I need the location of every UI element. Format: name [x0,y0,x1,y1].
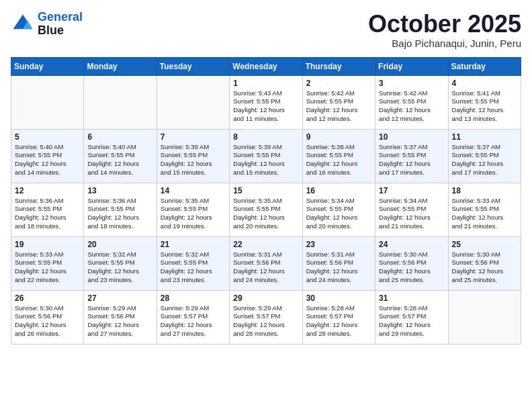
day-info: Sunrise: 5:43 AM Sunset: 5:55 PM Dayligh… [233,89,298,124]
day-info: Sunrise: 5:28 AM Sunset: 5:57 PM Dayligh… [306,304,371,338]
day-info: Sunrise: 5:42 AM Sunset: 5:55 PM Dayligh… [306,89,371,124]
day-info: Sunrise: 5:31 AM Sunset: 5:56 PM Dayligh… [233,250,298,285]
calendar-cell: 11Sunrise: 5:37 AM Sunset: 5:55 PM Dayli… [448,129,521,183]
calendar-cell: 17Sunrise: 5:34 AM Sunset: 5:55 PM Dayli… [375,183,448,236]
day-number: 1 [233,79,298,88]
day-info: Sunrise: 5:32 AM Sunset: 5:55 PM Dayligh… [87,250,152,285]
weekday-header-saturday: Saturday [448,57,521,75]
day-info: Sunrise: 5:34 AM Sunset: 5:55 PM Dayligh… [379,197,444,231]
day-number: 3 [379,79,444,88]
day-info: Sunrise: 5:28 AM Sunset: 5:57 PM Dayligh… [379,304,444,338]
day-number: 30 [306,293,371,303]
title-section: October 2025 Bajo Pichanaqui, Junin, Per… [368,11,521,49]
day-info: Sunrise: 5:37 AM Sunset: 5:55 PM Dayligh… [452,143,517,177]
calendar-week-row: 19Sunrise: 5:33 AM Sunset: 5:55 PM Dayli… [11,236,521,290]
day-number: 20 [87,240,152,249]
day-info: Sunrise: 5:34 AM Sunset: 5:55 PM Dayligh… [306,197,371,231]
calendar-cell: 30Sunrise: 5:28 AM Sunset: 5:57 PM Dayli… [302,290,375,344]
calendar-cell: 13Sunrise: 5:36 AM Sunset: 5:55 PM Dayli… [84,183,157,236]
day-number: 21 [161,240,226,249]
day-number: 17 [379,186,444,195]
day-number: 2 [306,79,371,88]
calendar-cell [11,75,84,129]
day-number: 18 [452,186,517,195]
day-info: Sunrise: 5:40 AM Sunset: 5:55 PM Dayligh… [15,143,80,177]
calendar-cell: 29Sunrise: 5:29 AM Sunset: 5:57 PM Dayli… [230,290,302,344]
day-info: Sunrise: 5:37 AM Sunset: 5:55 PM Dayligh… [379,143,444,177]
day-number: 9 [306,132,371,142]
calendar-cell: 21Sunrise: 5:32 AM Sunset: 5:55 PM Dayli… [157,236,229,290]
calendar-week-row: 5Sunrise: 5:40 AM Sunset: 5:55 PM Daylig… [11,129,521,183]
day-info: Sunrise: 5:30 AM Sunset: 5:56 PM Dayligh… [15,304,80,338]
calendar-week-row: 26Sunrise: 5:30 AM Sunset: 5:56 PM Dayli… [11,290,521,344]
day-info: Sunrise: 5:36 AM Sunset: 5:55 PM Dayligh… [87,197,152,231]
day-info: Sunrise: 5:40 AM Sunset: 5:55 PM Dayligh… [87,143,152,177]
weekday-header-row: SundayMondayTuesdayWednesdayThursdayFrid… [11,57,521,75]
calendar-cell: 22Sunrise: 5:31 AM Sunset: 5:56 PM Dayli… [230,236,302,290]
calendar-week-row: 12Sunrise: 5:36 AM Sunset: 5:55 PM Dayli… [11,183,521,236]
day-info: Sunrise: 5:29 AM Sunset: 5:57 PM Dayligh… [233,304,298,338]
location-title: Bajo Pichanaqui, Junin, Peru [368,38,521,49]
day-info: Sunrise: 5:39 AM Sunset: 5:55 PM Dayligh… [161,143,226,177]
calendar-cell: 28Sunrise: 5:29 AM Sunset: 5:57 PM Dayli… [157,290,229,344]
calendar-cell [157,75,229,129]
weekday-header-thursday: Thursday [302,57,375,75]
day-info: Sunrise: 5:29 AM Sunset: 5:57 PM Dayligh… [161,304,226,338]
day-number: 22 [233,240,298,249]
calendar-table: SundayMondayTuesdayWednesdayThursdayFrid… [11,57,521,345]
calendar-cell: 3Sunrise: 5:42 AM Sunset: 5:55 PM Daylig… [375,75,448,129]
calendar-cell: 31Sunrise: 5:28 AM Sunset: 5:57 PM Dayli… [375,290,448,344]
day-number: 16 [306,186,371,195]
calendar-cell: 23Sunrise: 5:31 AM Sunset: 5:56 PM Dayli… [302,236,375,290]
calendar-cell: 9Sunrise: 5:38 AM Sunset: 5:55 PM Daylig… [302,129,375,183]
calendar-cell: 6Sunrise: 5:40 AM Sunset: 5:55 PM Daylig… [84,129,157,183]
day-info: Sunrise: 5:41 AM Sunset: 5:55 PM Dayligh… [452,89,517,124]
calendar-cell: 24Sunrise: 5:30 AM Sunset: 5:56 PM Dayli… [375,236,448,290]
day-number: 23 [306,240,371,249]
calendar-cell: 16Sunrise: 5:34 AM Sunset: 5:55 PM Dayli… [302,183,375,236]
day-number: 10 [379,132,444,142]
calendar-cell: 12Sunrise: 5:36 AM Sunset: 5:55 PM Dayli… [11,183,84,236]
logo-text: General Blue [38,11,83,38]
day-number: 5 [15,132,80,142]
day-number: 25 [452,240,517,249]
calendar-cell: 15Sunrise: 5:35 AM Sunset: 5:55 PM Dayli… [230,183,302,236]
weekday-header-sunday: Sunday [11,57,84,75]
day-number: 8 [233,132,298,142]
day-info: Sunrise: 5:30 AM Sunset: 5:56 PM Dayligh… [452,250,517,285]
weekday-header-wednesday: Wednesday [230,57,302,75]
day-number: 11 [452,132,517,142]
day-number: 24 [379,240,444,249]
day-number: 4 [452,79,517,88]
day-info: Sunrise: 5:38 AM Sunset: 5:55 PM Dayligh… [306,143,371,177]
day-info: Sunrise: 5:39 AM Sunset: 5:55 PM Dayligh… [233,143,298,177]
day-number: 7 [161,132,226,142]
day-info: Sunrise: 5:32 AM Sunset: 5:55 PM Dayligh… [161,250,226,285]
calendar-cell: 8Sunrise: 5:39 AM Sunset: 5:55 PM Daylig… [230,129,302,183]
logo-icon [11,12,35,36]
weekday-header-monday: Monday [84,57,157,75]
calendar-cell [84,75,157,129]
calendar-cell: 10Sunrise: 5:37 AM Sunset: 5:55 PM Dayli… [375,129,448,183]
day-number: 12 [15,186,80,195]
calendar-cell: 14Sunrise: 5:35 AM Sunset: 5:55 PM Dayli… [157,183,229,236]
day-number: 29 [233,293,298,303]
day-info: Sunrise: 5:35 AM Sunset: 5:55 PM Dayligh… [233,197,298,231]
day-info: Sunrise: 5:29 AM Sunset: 5:56 PM Dayligh… [87,304,152,338]
day-number: 15 [233,186,298,195]
header: General Blue October 2025 Bajo Pichanaqu… [11,11,521,49]
calendar-cell: 7Sunrise: 5:39 AM Sunset: 5:55 PM Daylig… [157,129,229,183]
calendar-week-row: 1Sunrise: 5:43 AM Sunset: 5:55 PM Daylig… [11,75,521,129]
calendar-cell: 18Sunrise: 5:33 AM Sunset: 5:55 PM Dayli… [448,183,521,236]
calendar-cell: 4Sunrise: 5:41 AM Sunset: 5:55 PM Daylig… [448,75,521,129]
day-number: 13 [87,186,152,195]
day-number: 28 [161,293,226,303]
calendar-cell: 1Sunrise: 5:43 AM Sunset: 5:55 PM Daylig… [230,75,302,129]
day-info: Sunrise: 5:33 AM Sunset: 5:55 PM Dayligh… [15,250,80,285]
day-number: 14 [161,186,226,195]
month-title: October 2025 [368,11,521,38]
calendar-cell: 26Sunrise: 5:30 AM Sunset: 5:56 PM Dayli… [11,290,84,344]
day-number: 19 [15,240,80,249]
day-number: 6 [87,132,152,142]
logo: General Blue [11,11,83,38]
